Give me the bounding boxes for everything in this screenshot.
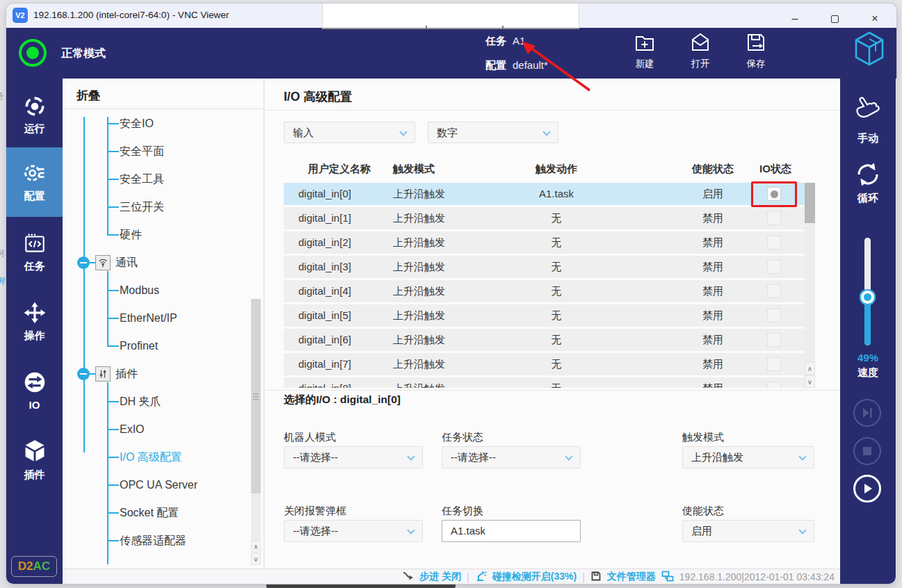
cell-name: digital_in[6] [298, 329, 351, 351]
table-row[interactable]: digital_in[0]上升沿触发A1.task启用 [284, 183, 815, 205]
d2ac-badge[interactable]: D2AC [11, 556, 57, 577]
tree-item[interactable]: EtherNet/IP [120, 311, 177, 326]
tree-collapse-icon[interactable] [77, 368, 90, 380]
cell-enable-state: 禁用 [685, 304, 741, 327]
config-tree-panel: 折叠 安全IO安全平面安全工具三位开关硬件通讯ModbusEtherNet/IP… [63, 79, 264, 569]
tree-item[interactable]: ExIO [120, 422, 145, 437]
step-forward-button[interactable] [853, 399, 881, 427]
separator: | [582, 571, 585, 582]
minimize-button[interactable]: – [784, 10, 805, 27]
tree-branch-tick [90, 262, 95, 263]
io-state-indicator[interactable] [767, 236, 781, 250]
sidebar-item-manual[interactable]: 手动 [840, 132, 896, 145]
form-text-input[interactable]: A1.task [442, 520, 581, 542]
open-button[interactable]: 打开 [678, 31, 723, 75]
tree-item[interactable]: DH 夹爪 [120, 394, 161, 409]
tree-collapse-icon[interactable] [77, 256, 90, 269]
file-manager-icon [590, 571, 602, 584]
tree-item[interactable]: 硬件 [120, 227, 142, 243]
tree-item[interactable]: Modbus [120, 283, 159, 298]
table-scrollbar-handle[interactable] [805, 183, 815, 223]
speed-slider-handle[interactable] [860, 289, 876, 305]
new-button-label: 新建 [636, 58, 654, 70]
cell-name: digital_in[3] [298, 256, 351, 278]
tree-item[interactable]: Profinet [120, 338, 158, 354]
sidebar-item-io[interactable]: IO [6, 399, 63, 411]
file-manager-button[interactable]: 文件管理器 [607, 571, 656, 583]
new-folder-icon [633, 31, 657, 56]
move-arrows-icon [6, 300, 63, 325]
tree-scroll-up-button[interactable]: ∧ [251, 541, 261, 553]
tree-scroll-down-button[interactable]: ∨ [251, 553, 261, 565]
tree-item[interactable]: 传感器适配器 [120, 533, 186, 548]
io-circle-icon [6, 370, 63, 395]
tree-item[interactable]: 安全平面 [120, 144, 164, 159]
cell-enable-state: 启用 [685, 183, 741, 205]
table-row[interactable]: digital_in[4]上升沿触发无禁用 [284, 280, 815, 302]
cell-enable-state: 禁用 [685, 256, 741, 278]
step-mode-status[interactable]: 步进 关闭 [419, 571, 461, 583]
table-scroll-up-button[interactable]: ∧ [805, 362, 815, 375]
io-table: digital_in[0]上升沿触发A1.task启用digital_in[1]… [284, 183, 815, 388]
tree-connector-line [107, 271, 108, 346]
tree-item[interactable]: 三位开关 [120, 199, 164, 215]
form-select[interactable]: --请选择-- [284, 446, 423, 468]
io-state-indicator[interactable] [767, 333, 781, 347]
table-row[interactable]: digital_in[6]上升沿触发无禁用 [284, 329, 815, 351]
form-select[interactable]: --请选择-- [442, 446, 581, 468]
table-row[interactable]: digital_in[3]上升沿触发无禁用 [284, 256, 815, 278]
form-field-label: 任务状态 [442, 431, 483, 444]
sidebar-item-task[interactable]: 任务 [6, 260, 63, 273]
form-select[interactable]: 启用 [682, 520, 814, 542]
table-row[interactable]: digital_in[2]上升沿触发无禁用 [284, 231, 815, 254]
cell-enable-state: 禁用 [685, 231, 741, 254]
table-row[interactable]: digital_in[8]上升沿触发无禁用 [284, 377, 815, 388]
background-window-artifact: 务 [0, 90, 4, 102]
tree-branch-tick [90, 373, 95, 375]
chevron-down-icon [399, 128, 407, 136]
table-scroll-down-button[interactable]: ∨ [805, 375, 815, 388]
table-row[interactable]: digital_in[5]上升沿触发无禁用 [284, 304, 815, 327]
signal-type-select[interactable]: 数字 [428, 122, 558, 143]
cell-trigger-action: 无 [501, 280, 612, 302]
table-row[interactable]: digital_in[1]上升沿触发无禁用 [284, 207, 815, 229]
io-state-indicator[interactable] [767, 357, 781, 371]
tree-item[interactable]: 插件 [115, 366, 138, 382]
io-state-indicator[interactable] [767, 309, 781, 322]
cell-trigger-mode: 上升沿触发 [393, 329, 445, 351]
io-state-indicator[interactable] [767, 284, 781, 298]
play-button[interactable] [853, 475, 881, 503]
form-field-label: 使能状态 [682, 505, 724, 518]
divider [265, 110, 840, 111]
close-button[interactable]: × [864, 10, 885, 27]
form-select[interactable]: --请选择-- [284, 520, 423, 542]
io-state-indicator[interactable] [767, 211, 781, 225]
run-icon [6, 94, 63, 119]
collision-detection-status[interactable]: 碰撞检测开启(33%) [492, 571, 577, 583]
cell-trigger-action: 无 [501, 353, 612, 375]
io-direction-select[interactable]: 输入 [284, 122, 415, 143]
sidebar-item-config[interactable]: 配置 [6, 190, 63, 203]
sidebar-item-plugin[interactable]: 插件 [6, 468, 63, 482]
tree-item[interactable]: 安全工具 [120, 172, 164, 187]
tree-collapse-header[interactable]: 折叠 [76, 88, 100, 104]
form-field-value: 上升沿触发 [691, 451, 743, 463]
sidebar-item-operate[interactable]: 操作 [6, 329, 63, 343]
tree-item[interactable]: 安全IO [120, 116, 154, 131]
tree-item[interactable]: I/O 高级配置 [120, 450, 182, 465]
form-select[interactable]: 上升沿触发 [682, 446, 814, 468]
sidebar-item-loop[interactable]: 循环 [840, 192, 896, 205]
save-button[interactable]: 保存 [734, 31, 778, 75]
tree-item[interactable]: 通讯 [115, 255, 138, 270]
new-button[interactable]: 新建 [622, 31, 667, 75]
stop-button[interactable] [853, 437, 881, 465]
collision-detect-icon [475, 570, 487, 584]
io-state-indicator[interactable] [767, 382, 781, 388]
io-state-indicator[interactable] [767, 260, 781, 274]
table-row[interactable]: digital_in[7]上升沿触发无禁用 [284, 353, 815, 375]
maximize-button[interactable] [824, 10, 845, 27]
sidebar-item-run[interactable]: 运行 [6, 122, 63, 136]
tree-item[interactable]: OPC UA Server [120, 477, 198, 493]
tree-item[interactable]: Socket 配置 [120, 505, 179, 521]
tree-scrollbar-handle[interactable] [251, 299, 261, 493]
